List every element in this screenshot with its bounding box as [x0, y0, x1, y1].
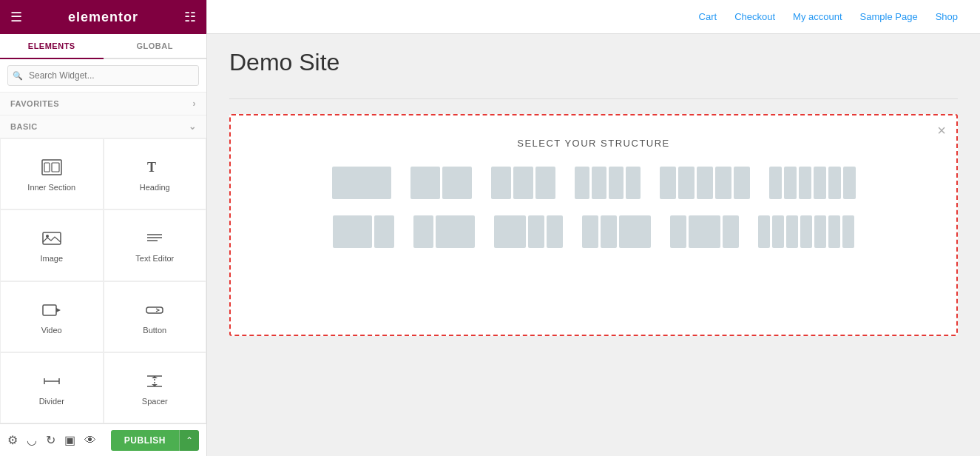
nav-cart[interactable]: Cart — [699, 11, 717, 22]
sidebar-bottom: ⚙ ◡ ↻ ▣ 👁 PUBLISH ⌃ — [0, 423, 206, 456]
widgets-grid: Inner Section T Heading Image Text Edito… — [0, 138, 206, 423]
main-area: Cart Checkout My account Sample Page Sho… — [207, 0, 980, 456]
canvas-area: Demo Site × SELECT YOUR STRUCTURE — [207, 34, 980, 456]
structure-row-2 — [246, 212, 942, 251]
favorites-label: FAVORITES — [10, 99, 59, 108]
search-input[interactable] — [7, 65, 199, 86]
nav-checkout[interactable]: Checkout — [734, 11, 775, 22]
preview-icon[interactable]: 👁 — [84, 434, 96, 447]
widget-label-button: Button — [143, 326, 166, 335]
search-wrap — [7, 65, 199, 86]
widget-divider[interactable]: Divider — [0, 352, 104, 423]
structure-row-1 — [246, 164, 942, 202]
favorites-section[interactable]: FAVORITES › — [0, 93, 206, 115]
widget-button[interactable]: Button — [104, 281, 207, 352]
tab-elements[interactable]: ELEMENTS — [0, 34, 104, 59]
page-title: Demo Site — [229, 49, 958, 76]
inner-section-icon — [41, 159, 62, 178]
widget-heading[interactable]: T Heading — [104, 138, 207, 209]
structure-1col[interactable] — [329, 164, 394, 202]
top-nav: Cart Checkout My account Sample Page Sho… — [207, 0, 980, 34]
publish-button[interactable]: PUBLISH — [111, 430, 179, 451]
widget-label-heading: Heading — [140, 183, 170, 192]
history-icon[interactable]: ↻ — [46, 433, 55, 447]
structure-3col-center-wide[interactable] — [667, 212, 742, 251]
widget-inner-section[interactable]: Inner Section — [0, 138, 104, 209]
widget-label-divider: Divider — [39, 397, 64, 406]
sidebar: ☰ elementor ☷ ELEMENTS GLOBAL FAVORITES … — [0, 0, 207, 456]
text-editor-icon — [144, 230, 165, 249]
svg-rect-4 — [43, 232, 61, 244]
structure-2col[interactable] — [408, 164, 475, 202]
widget-spacer[interactable]: Spacer — [104, 352, 207, 423]
svg-rect-11 — [146, 307, 163, 313]
spacer-icon — [144, 373, 165, 392]
structure-2col-right-wide[interactable] — [410, 212, 478, 251]
publish-dropdown-button[interactable]: ⌃ — [179, 430, 199, 451]
nav-sample-page[interactable]: Sample Page — [860, 11, 918, 22]
nav-shop[interactable]: Shop — [936, 11, 958, 22]
structure-5col-alt[interactable] — [755, 212, 857, 251]
favorites-chevron-icon: › — [193, 98, 197, 109]
tab-global[interactable]: GLOBAL — [104, 34, 207, 58]
widget-label-video: Video — [41, 326, 62, 335]
widget-label-text-editor: Text Editor — [135, 254, 174, 263]
brand-logo: elementor — [68, 10, 138, 25]
close-icon[interactable]: × — [937, 123, 946, 138]
basic-chevron-icon: ⌄ — [189, 121, 197, 132]
svg-marker-10 — [56, 308, 61, 312]
bottom-icons: ⚙ ◡ ↻ ▣ 👁 — [7, 433, 96, 447]
structure-2col-left-wide[interactable] — [330, 212, 397, 251]
sidebar-tabs: ELEMENTS GLOBAL — [0, 34, 206, 59]
widget-label-inner-section: Inner Section — [27, 183, 75, 192]
sidebar-header: ☰ elementor ☷ — [0, 0, 206, 34]
widget-label-spacer: Spacer — [142, 397, 168, 406]
navigator-icon[interactable]: ▣ — [64, 433, 75, 447]
search-bar — [0, 59, 206, 93]
divider-icon — [41, 373, 62, 392]
nav-my-account[interactable]: My account — [793, 11, 842, 22]
svg-rect-1 — [44, 163, 50, 172]
structure-3col[interactable] — [488, 164, 558, 202]
layers-icon[interactable]: ◡ — [27, 433, 37, 447]
structure-3col-right-wide[interactable] — [579, 212, 654, 251]
structure-3col-left-wide[interactable] — [491, 212, 566, 251]
basic-section[interactable]: BASIC ⌄ — [0, 115, 206, 138]
widget-image[interactable]: Image — [0, 209, 104, 281]
svg-point-5 — [46, 235, 49, 238]
widget-label-image: Image — [40, 254, 63, 263]
grid-icon[interactable]: ☷ — [184, 9, 196, 25]
hamburger-icon[interactable]: ☰ — [10, 9, 22, 25]
structure-title: SELECT YOUR STRUCTURE — [246, 138, 942, 149]
structure-4col[interactable] — [572, 164, 643, 202]
widget-video[interactable]: Video — [0, 281, 104, 352]
svg-rect-2 — [52, 163, 59, 172]
button-icon — [144, 302, 165, 321]
heading-icon: T — [144, 159, 165, 178]
publish-btn-wrap: PUBLISH ⌃ — [111, 430, 199, 451]
drop-zone[interactable]: × SELECT YOUR STRUCTURE — [229, 114, 958, 336]
svg-rect-9 — [43, 305, 56, 315]
structure-5col[interactable] — [657, 164, 753, 202]
basic-label: BASIC — [10, 122, 38, 131]
svg-text:T: T — [147, 160, 156, 175]
image-icon — [41, 230, 62, 249]
structure-6col[interactable] — [766, 164, 859, 202]
canvas-divider — [229, 98, 958, 99]
video-icon — [41, 302, 62, 321]
widget-text-editor[interactable]: Text Editor — [104, 209, 207, 281]
settings-icon[interactable]: ⚙ — [7, 433, 18, 447]
